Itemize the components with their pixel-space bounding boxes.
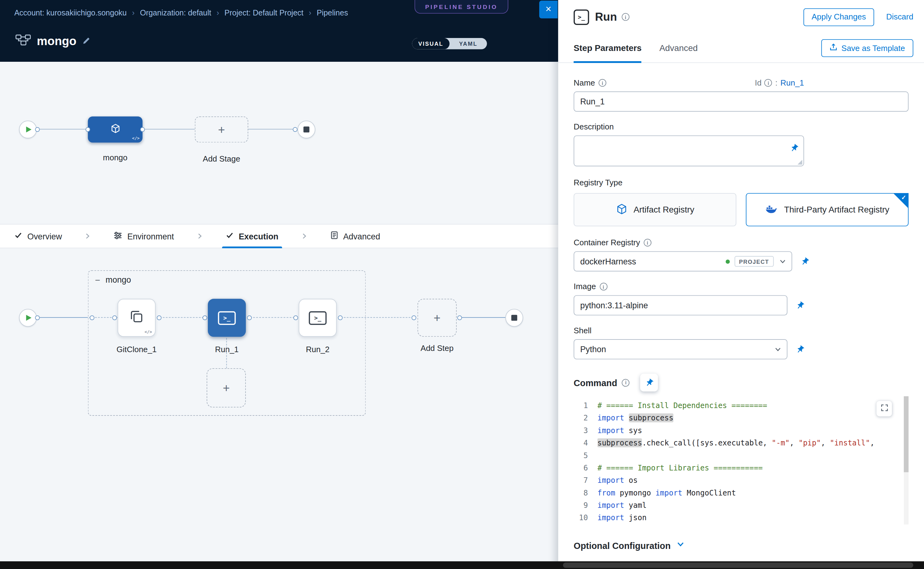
stage-canvas: </> mongo + Add Stage [0,62,558,225]
pin-icon[interactable] [796,345,805,354]
container-registry-select[interactable]: dockerHarness PROJECT [574,251,792,271]
collapse-group-button[interactable]: − [95,275,100,284]
code-line: 3import sys [574,424,909,437]
pipeline-icon [15,35,31,48]
apply-changes-button[interactable]: Apply Changes [803,8,874,26]
connector-line [38,129,88,129]
line-number: 9 [574,499,597,511]
toggle-yaml[interactable]: YAML [450,38,487,49]
plus-icon: + [433,311,441,325]
connector-line [38,317,88,318]
name-input[interactable] [574,91,909,111]
optional-configuration-label: Optional Configuration [574,540,671,551]
breadcrumb-item[interactable]: Project: Default Project [225,8,304,17]
chevron-right-icon [85,233,91,239]
pipeline-end-node[interactable] [297,120,315,138]
command-pin-button[interactable] [640,373,658,391]
chevron-down-icon [676,540,685,551]
add-step-node[interactable]: + [418,299,457,337]
pin-icon[interactable] [790,144,799,152]
horizontal-scrollbar-thumb[interactable] [563,563,913,568]
save-as-template-button[interactable]: Save as Template [821,39,913,57]
connected-status-dot [725,259,729,263]
code-editor[interactable]: 1# ====== Install Dependencies ========2… [574,396,909,525]
info-icon [599,79,606,87]
code-lines: 1# ====== Install Dependencies ========2… [574,399,909,524]
image-input[interactable] [574,295,787,315]
panel-tabs: Step Parameters Advanced Save as Templat… [558,34,924,63]
edit-pencil-icon[interactable] [82,36,90,47]
breadcrumb-item[interactable]: Account: kurosakiichigo.songoku [14,8,127,17]
plus-icon: + [223,381,229,395]
editor-scrollbar-thumb[interactable] [904,396,909,472]
terminal-icon: >_ [218,311,236,325]
tab-environment-label: Environment [127,231,174,241]
toggle-visual[interactable]: VISUAL [412,38,449,49]
play-icon [26,315,32,321]
add-step-below-node[interactable]: + [207,368,246,408]
breadcrumb-item[interactable]: Organization: default [140,8,211,17]
shell-value: Python [580,344,606,354]
visual-yaml-toggle: VISUAL YAML [412,38,487,49]
id-separator: : [775,78,777,87]
environment-icon [114,231,123,242]
breadcrumb-separator: › [216,8,219,17]
info-icon [622,379,630,386]
run-step-icon: >_ [574,9,589,25]
stop-icon [304,127,309,132]
command-label: Command [574,377,617,388]
artifact-registry-card[interactable]: Artifact Registry [574,193,737,227]
step-node-gitclone[interactable]: </> [118,299,156,337]
pipeline-name: mongo [37,35,76,48]
line-number: 2 [574,412,597,424]
expand-icon [880,403,888,415]
line-number: 7 [574,474,597,486]
artifact-registry-icon [616,203,628,216]
execution-start-node[interactable] [19,309,37,327]
tab-panel-advanced[interactable]: Advanced [660,34,698,62]
add-stage-label: Add Stage [187,154,256,163]
pipeline-start-node[interactable] [19,120,37,138]
connector-line [338,317,416,318]
check-icon [14,231,23,241]
line-number: 4 [574,437,597,449]
close-panel-button[interactable]: × [539,1,558,18]
docker-icon [765,204,778,216]
pin-icon[interactable] [801,257,809,266]
breadcrumb-item[interactable]: Pipelines [316,8,348,17]
step-node-run2[interactable]: >_ [299,299,337,337]
description-textarea[interactable] [574,135,804,166]
discard-button[interactable]: Discard [886,12,913,21]
stage-node-mongo[interactable]: </> [88,116,143,143]
connector-dot [35,315,40,320]
tab-environment[interactable]: Environment [114,225,174,248]
shell-select[interactable]: Python [574,339,787,359]
tab-advanced[interactable]: Advanced [330,225,380,248]
expand-editor-button[interactable] [877,401,892,417]
resize-handle[interactable] [797,160,802,164]
stage-label: mongo [83,153,147,162]
execution-end-node[interactable] [505,309,523,327]
third-party-registry-card[interactable]: Third-Party Artifact Registry ✓ [746,193,909,227]
optional-configuration-toggle[interactable]: Optional Configuration [574,540,909,551]
editor-scrollbar[interactable] [904,396,909,525]
step-config-panel: >_ Run Apply Changes Discard Step Parame… [558,0,924,569]
horizontal-scrollbar[interactable] [0,561,924,569]
tab-overview[interactable]: Overview [14,225,62,248]
image-label: Image [574,282,596,291]
connector-dot [112,315,117,320]
code-line: 5 [574,449,909,461]
step-label-run2: Run_2 [282,345,353,354]
info-icon [622,13,629,21]
connector-dot [412,315,416,320]
pin-icon[interactable] [796,301,805,310]
tab-execution[interactable]: Execution [226,225,278,248]
connector-line [157,317,207,318]
step-node-run1-selected[interactable]: >_ [208,299,246,337]
tab-step-parameters[interactable]: Step Parameters [574,34,642,62]
connector-dot [35,127,40,132]
check-icon [226,231,234,241]
add-stage-node[interactable]: + [195,116,248,143]
tab-panel-advanced-label: Advanced [660,43,698,53]
shell-label: Shell [574,326,592,335]
